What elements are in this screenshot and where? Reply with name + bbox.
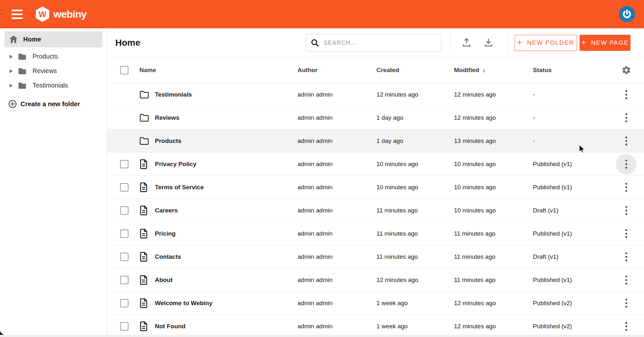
row-status-badge: - bbox=[533, 114, 609, 121]
search-input[interactable] bbox=[324, 40, 436, 46]
import-button[interactable] bbox=[459, 35, 474, 50]
plus-icon: + bbox=[517, 38, 523, 47]
kebab-menu-icon[interactable] bbox=[623, 135, 629, 147]
row-actions-focus-ring bbox=[616, 270, 637, 290]
new-folder-label: NEW FOLDER bbox=[527, 39, 574, 46]
kebab-menu-icon[interactable] bbox=[623, 227, 629, 240]
sidebar-folder-item[interactable]: Testimonials bbox=[0, 78, 107, 93]
table-row[interactable]: Welcome to Webiny admin admin 1 week ago… bbox=[107, 292, 644, 315]
document-icon bbox=[139, 183, 149, 192]
row-status-badge: Draft (v1) bbox=[533, 253, 609, 260]
row-actions-focus-ring bbox=[616, 293, 637, 314]
caret-right-icon[interactable] bbox=[10, 69, 13, 73]
caret-right-icon[interactable] bbox=[10, 84, 13, 88]
toolbar-divider-2 bbox=[508, 33, 508, 52]
plus-circle-icon bbox=[8, 100, 17, 108]
table-row[interactable]: Privacy Policy admin admin 10 minutes ag… bbox=[107, 153, 644, 176]
row-name[interactable]: Privacy Policy bbox=[155, 161, 298, 168]
kebab-menu-icon[interactable] bbox=[623, 181, 629, 194]
row-author: admin admin bbox=[298, 276, 376, 284]
row-status-badge: Published (v2) bbox=[533, 323, 609, 330]
gear-icon[interactable] bbox=[621, 65, 631, 75]
kebab-menu-icon[interactable] bbox=[623, 204, 629, 217]
caret-right-icon[interactable] bbox=[10, 55, 13, 59]
document-icon bbox=[139, 322, 149, 331]
sidebar-folder-label: Testimonials bbox=[33, 82, 68, 89]
plus-icon: + bbox=[581, 38, 586, 47]
row-author: admin admin bbox=[298, 184, 376, 191]
sidebar-folder-item[interactable]: Products bbox=[0, 49, 107, 64]
kebab-menu-icon[interactable] bbox=[623, 297, 629, 310]
select-all-checkbox[interactable] bbox=[120, 66, 128, 74]
row-actions-focus-ring bbox=[616, 316, 637, 335]
new-page-label: NEW PAGE bbox=[591, 39, 629, 46]
document-icon bbox=[139, 229, 149, 239]
kebab-menu-icon[interactable] bbox=[623, 320, 629, 333]
table-row[interactable]: Contacts admin admin 11 minutes ago 11 m… bbox=[107, 245, 644, 268]
table-row[interactable]: Terms of Service admin admin 10 minutes … bbox=[107, 176, 644, 199]
row-name[interactable]: Welcome to Webiny bbox=[155, 300, 298, 307]
hamburger-menu-icon[interactable] bbox=[12, 8, 26, 21]
kebab-menu-icon[interactable] bbox=[623, 88, 629, 101]
modified-label: Modified bbox=[454, 67, 479, 74]
document-icon bbox=[139, 275, 149, 285]
row-checkbox[interactable] bbox=[120, 299, 128, 307]
kebab-menu-icon[interactable] bbox=[623, 111, 629, 124]
toolbar-divider-1 bbox=[450, 33, 450, 52]
column-header-modified[interactable]: Modified ↓ bbox=[454, 66, 533, 74]
row-author: admin admin bbox=[298, 253, 376, 260]
column-header-name[interactable]: Name bbox=[139, 67, 298, 74]
row-name[interactable]: Pricing bbox=[155, 230, 298, 237]
new-page-button[interactable]: + NEW PAGE bbox=[580, 35, 630, 51]
content-toolbar: Home bbox=[107, 28, 644, 57]
row-status-badge: Published (v1) bbox=[533, 184, 609, 191]
kebab-menu-icon[interactable] bbox=[623, 250, 629, 263]
row-name[interactable]: Careers bbox=[155, 207, 298, 214]
row-created: 11 minutes ago bbox=[376, 230, 454, 237]
row-name[interactable]: Reviews bbox=[155, 114, 298, 121]
sidebar-folder-label: Products bbox=[33, 53, 58, 60]
user-avatar[interactable] bbox=[619, 6, 635, 22]
table-row[interactable]: Products admin admin 1 day ago 13 minute… bbox=[107, 129, 644, 153]
table-row[interactable]: About admin admin 12 minutes ago 11 minu… bbox=[107, 268, 644, 292]
row-name[interactable]: About bbox=[155, 276, 298, 284]
table-body: Testimonials admin admin 12 minutes ago … bbox=[107, 83, 644, 335]
row-checkbox[interactable] bbox=[120, 160, 128, 168]
row-checkbox[interactable] bbox=[120, 253, 128, 261]
row-name[interactable]: Not Found bbox=[155, 323, 298, 330]
table-row[interactable]: Pricing admin admin 11 minutes ago 11 mi… bbox=[107, 222, 644, 245]
row-checkbox[interactable] bbox=[120, 206, 128, 215]
search-box[interactable] bbox=[306, 34, 441, 52]
row-name[interactable]: Testimonials bbox=[155, 91, 298, 98]
sidebar-item-home[interactable]: Home bbox=[5, 31, 102, 47]
row-modified: 11 minutes ago bbox=[454, 253, 533, 260]
row-modified: 12 minutes ago bbox=[454, 91, 533, 98]
row-modified: 13 minutes ago bbox=[454, 137, 533, 145]
row-checkbox[interactable] bbox=[120, 229, 128, 238]
new-folder-button[interactable]: + NEW FOLDER bbox=[515, 35, 577, 51]
row-modified: 11 minutes ago bbox=[454, 276, 533, 284]
column-header-author[interactable]: Author bbox=[298, 67, 376, 74]
document-icon bbox=[139, 159, 149, 169]
row-checkbox[interactable] bbox=[120, 276, 128, 284]
kebab-menu-icon[interactable] bbox=[623, 158, 629, 171]
kebab-menu-icon[interactable] bbox=[623, 274, 629, 286]
row-checkbox[interactable] bbox=[120, 183, 128, 192]
webiny-logo[interactable]: W webiny bbox=[35, 6, 86, 22]
row-name[interactable]: Products bbox=[155, 137, 298, 145]
folder-icon bbox=[18, 67, 27, 75]
table-row[interactable]: Reviews admin admin 1 day ago 12 minutes… bbox=[107, 106, 644, 129]
table-row[interactable]: Not Found admin admin 1 week ago 12 minu… bbox=[107, 315, 644, 335]
row-name[interactable]: Contacts bbox=[155, 253, 298, 260]
export-button[interactable] bbox=[481, 35, 496, 50]
row-checkbox[interactable] bbox=[120, 322, 128, 331]
row-author: admin admin bbox=[298, 323, 376, 330]
row-created: 10 minutes ago bbox=[376, 184, 454, 191]
row-name[interactable]: Terms of Service bbox=[155, 184, 298, 191]
table-row[interactable]: Testimonials admin admin 12 minutes ago … bbox=[107, 83, 644, 106]
table-row[interactable]: Careers admin admin 11 minutes ago 10 mi… bbox=[107, 199, 644, 222]
sidebar-folder-item[interactable]: Reviews bbox=[0, 64, 107, 78]
column-header-status[interactable]: Status bbox=[533, 67, 609, 74]
create-new-folder-button[interactable]: Create a new folder bbox=[8, 100, 107, 108]
column-header-created[interactable]: Created bbox=[376, 67, 454, 74]
